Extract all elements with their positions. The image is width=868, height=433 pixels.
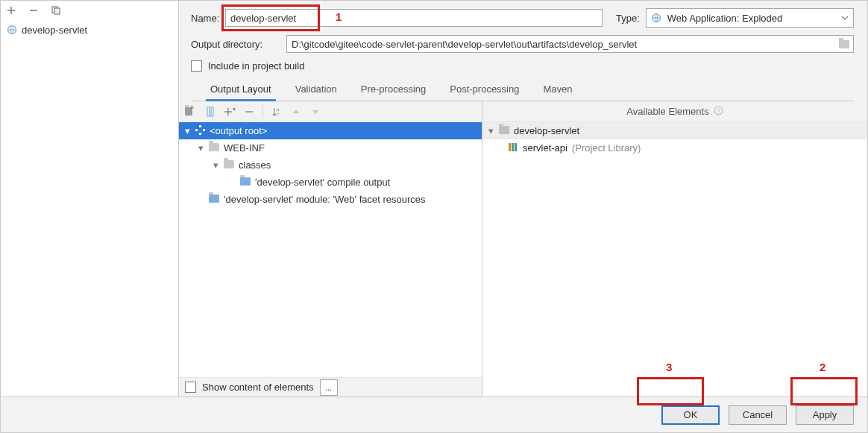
available-servlet-api[interactable]: servlet-api (Project Library)	[482, 139, 867, 157]
available-module-label: develop-servlet	[514, 125, 579, 136]
dialog-body: develop-servlet Name: 1 Type:	[1, 1, 867, 396]
cancel-button[interactable]: Cancel	[729, 405, 787, 425]
tree-classes[interactable]: ▾ classes	[179, 157, 482, 174]
web-app-icon	[651, 13, 661, 23]
available-module-row[interactable]: ▾ develop-servlet	[482, 122, 867, 139]
show-content-row: Show content of elements ...	[179, 377, 482, 396]
add-copy-icon[interactable]: ▾	[224, 106, 236, 118]
show-content-label: Show content of elements	[202, 382, 314, 393]
expand-icon[interactable]: ▾	[212, 159, 219, 171]
name-input[interactable]	[225, 9, 603, 27]
tab-post-processing[interactable]: Post-processing	[438, 79, 531, 101]
move-up-icon[interactable]	[290, 106, 302, 118]
svg-text:z: z	[277, 112, 279, 116]
name-input-wrap: 1	[225, 9, 603, 27]
tab-validation[interactable]: Validation	[283, 79, 349, 101]
svg-rect-15	[515, 143, 517, 151]
apply-button[interactable]: Apply	[796, 405, 854, 425]
sidebar-item-label: develop-servlet	[22, 25, 87, 36]
output-dir-label: Output directory:	[191, 39, 286, 50]
move-down-icon[interactable]	[309, 106, 321, 118]
copy-icon[interactable]	[50, 4, 62, 16]
svg-rect-14	[512, 143, 514, 151]
dialog-footer: 3 2 OK Cancel Apply	[1, 396, 867, 432]
available-item-suffix: (Project Library)	[572, 142, 641, 154]
tab-maven[interactable]: Maven	[531, 79, 584, 101]
include-build-row: Include in project build	[191, 60, 854, 72]
output-dir-input[interactable]	[286, 35, 854, 53]
name-row: Name: 1 Type: Web Application: Exploded	[191, 8, 854, 28]
type-value: Web Application: Exploded	[667, 13, 782, 24]
facet-icon	[209, 194, 219, 205]
output-tree[interactable]: ▾ <output root> ▾ WEB-INF ▾ class	[179, 122, 482, 377]
tree-label: 'develop-servlet' module: 'Web' facet re…	[224, 194, 426, 205]
expand-icon[interactable]: ▾	[197, 142, 204, 154]
sidebar-toolbar	[1, 1, 178, 20]
tree-label: WEB-INF	[224, 142, 265, 154]
output-layout-panel: + ▾ az ▾ <output root>	[179, 101, 867, 396]
toolbar-separator	[262, 105, 263, 118]
sidebar-item-develop-servlet[interactable]: develop-servlet	[1, 22, 178, 38]
available-elements-panel: Available Elements ? ▾ develop-servlet s…	[482, 101, 867, 396]
annotation-box-3	[637, 377, 704, 405]
module-icon	[499, 125, 509, 136]
type-label: Type:	[616, 13, 640, 24]
tree-facet-resources[interactable]: 'develop-servlet' module: 'Web' facet re…	[179, 191, 482, 208]
expand-icon[interactable]: ▾	[183, 125, 191, 136]
output-root-icon	[195, 125, 205, 137]
sort-icon[interactable]: az	[271, 106, 283, 118]
svg-rect-13	[509, 143, 511, 151]
tab-pre-processing[interactable]: Pre-processing	[349, 79, 438, 101]
browse-folder-icon[interactable]	[837, 37, 851, 51]
chevron-down-icon	[841, 13, 849, 24]
form-area: Name: 1 Type: Web Application: Exploded	[179, 1, 867, 101]
include-build-checkbox[interactable]	[191, 60, 202, 72]
svg-rect-10	[199, 133, 201, 135]
svg-rect-9	[203, 129, 205, 131]
tab-output-layout[interactable]: Output Layout	[198, 79, 283, 101]
output-dir-row: Output directory:	[191, 35, 854, 53]
module-output-icon	[240, 177, 251, 188]
annotation-box-2	[790, 377, 858, 405]
new-folder-icon[interactable]: +	[185, 106, 197, 118]
type-select[interactable]: Web Application: Exploded	[646, 8, 854, 28]
remove-icon[interactable]	[28, 4, 40, 16]
tree-web-inf[interactable]: ▾ WEB-INF	[179, 139, 482, 157]
show-content-ellipsis-button[interactable]: ...	[320, 379, 338, 396]
available-item-label: servlet-api	[523, 142, 567, 154]
new-archive-icon[interactable]	[204, 106, 216, 118]
available-elements-label: Available Elements	[626, 106, 708, 117]
name-label: Name:	[191, 13, 225, 24]
tree-label: <output root>	[210, 125, 267, 136]
artifacts-sidebar: develop-servlet	[1, 1, 179, 396]
svg-rect-8	[195, 129, 198, 131]
tree-output-root[interactable]: ▾ <output root>	[179, 122, 482, 139]
artifact-tabs: Output Layout Validation Pre-processing …	[191, 79, 854, 101]
artifacts-list[interactable]: develop-servlet	[1, 20, 178, 396]
svg-rect-7	[199, 125, 201, 127]
tree-label: classes	[239, 159, 271, 171]
svg-rect-1	[54, 8, 60, 14]
folder-icon	[224, 159, 234, 171]
help-icon[interactable]: ?	[714, 106, 723, 118]
main-panel: Name: 1 Type: Web Application: Exploded	[179, 1, 867, 396]
svg-text:?: ?	[717, 107, 720, 115]
tree-compile-output[interactable]: 'develop-servlet' compile output	[179, 174, 482, 191]
library-icon	[508, 142, 518, 154]
remove-item-icon[interactable]	[243, 106, 255, 118]
output-tree-toolbar: + ▾ az	[179, 101, 482, 122]
output-tree-panel: + ▾ az ▾ <output root>	[179, 101, 482, 396]
tree-label: 'develop-servlet' compile output	[255, 177, 390, 188]
folder-icon	[209, 142, 219, 154]
show-content-checkbox[interactable]	[185, 382, 196, 393]
available-elements-header: Available Elements ?	[482, 101, 867, 122]
include-build-label: Include in project build	[208, 60, 304, 72]
web-app-icon	[7, 25, 17, 35]
ok-button[interactable]: OK	[661, 405, 720, 425]
expand-icon[interactable]: ▾	[487, 125, 494, 136]
add-icon[interactable]	[5, 4, 17, 16]
artifacts-dialog: develop-servlet Name: 1 Type:	[0, 0, 868, 433]
